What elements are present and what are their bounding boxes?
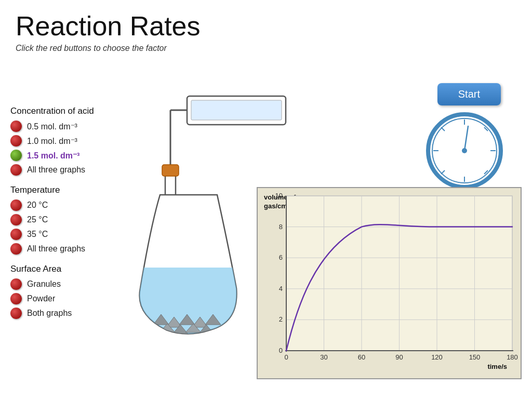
red-dot-surf-both	[10, 308, 22, 319]
option-temp-35[interactable]: 35 °C	[10, 229, 135, 240]
red-dot-surf-gran	[10, 278, 22, 290]
svg-text:4: 4	[279, 285, 283, 292]
svg-text:10: 10	[275, 192, 283, 200]
red-dot-conc-05	[10, 121, 22, 132]
page-title: Reaction Rates	[16, 10, 516, 42]
temperature-title: Temperature	[10, 185, 135, 195]
svg-text:60: 60	[358, 353, 365, 361]
svg-text:180: 180	[507, 353, 518, 361]
option-temp-all[interactable]: All three graphs	[10, 243, 135, 255]
label-surf-both: Both graphs	[27, 309, 72, 318]
red-dot-temp-20	[10, 200, 22, 211]
option-conc-15[interactable]: 1.5 mol. dm⁻³	[10, 150, 135, 161]
label-conc-05: 0.5 mol. dm⁻³	[27, 122, 77, 131]
svg-text:90: 90	[395, 353, 403, 361]
option-surf-gran[interactable]: Granules	[10, 278, 135, 290]
label-temp-20: 20 °C	[27, 201, 48, 210]
label-temp-all: All three graphs	[27, 244, 85, 254]
surface-title: Surface Area	[10, 264, 135, 274]
red-dot-temp-all	[10, 243, 22, 255]
option-surf-both[interactable]: Both graphs	[10, 308, 135, 319]
label-conc-15: 1.5 mol. dm⁻³	[27, 151, 79, 161]
start-button[interactable]: Start	[437, 83, 501, 105]
concentration-title: Concentration of acid	[10, 106, 135, 116]
svg-rect-17	[162, 165, 179, 176]
label-temp-35: 35 °C	[27, 230, 48, 239]
label-conc-10: 1.0 mol. dm⁻³	[27, 136, 77, 146]
option-conc-10[interactable]: 1.0 mol. dm⁻³	[10, 135, 135, 147]
graph-container: volume ofgas/cm³	[257, 187, 522, 379]
svg-text:30: 30	[320, 353, 327, 361]
svg-rect-13	[191, 100, 282, 120]
red-dot-conc-all	[10, 164, 22, 176]
svg-text:8: 8	[279, 223, 283, 231]
svg-text:2: 2	[279, 315, 283, 323]
svg-text:150: 150	[469, 353, 481, 361]
subtitle: Click the red buttons to choose the fact…	[16, 44, 516, 53]
red-dot-temp-25	[10, 214, 22, 225]
green-dot-conc-15	[10, 150, 22, 161]
page: Reaction Rates Click the red buttons to …	[0, 0, 532, 399]
option-conc-all[interactable]: All three graphs	[10, 164, 135, 176]
label-surf-pow: Powder	[27, 294, 55, 303]
svg-text:6: 6	[279, 254, 283, 261]
svg-text:0: 0	[279, 347, 283, 354]
option-temp-25[interactable]: 25 °C	[10, 214, 135, 225]
red-dot-conc-10	[10, 135, 22, 147]
option-conc-05[interactable]: 0.5 mol. dm⁻³	[10, 121, 135, 132]
x-axis-label: time/s	[487, 363, 507, 370]
clock	[425, 112, 503, 190]
label-temp-25: 25 °C	[27, 215, 48, 224]
option-surf-pow[interactable]: Powder	[10, 293, 135, 304]
svg-text:0: 0	[284, 353, 288, 361]
svg-text:120: 120	[431, 353, 443, 361]
label-surf-gran: Granules	[27, 280, 61, 289]
red-dot-surf-pow	[10, 293, 22, 304]
option-temp-20[interactable]: 20 °C	[10, 200, 135, 211]
red-dot-temp-35	[10, 229, 22, 240]
left-panel: Concentration of acid 0.5 mol. dm⁻³ 1.0 …	[10, 99, 135, 322]
label-conc-all: All three graphs	[27, 165, 85, 175]
